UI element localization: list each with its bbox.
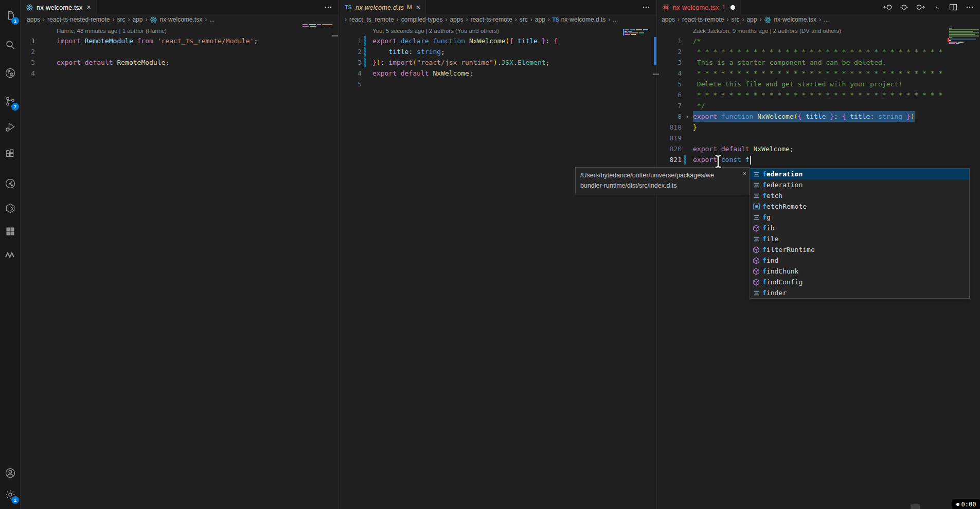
breadcrumb-item[interactable]: TSnx-welcome.d.ts	[553, 16, 605, 23]
more-icon[interactable]	[965, 2, 975, 12]
tab-nx-welcome.tsx[interactable]: nx-welcome.tsx1	[657, 0, 741, 14]
breadcrumb-item[interactable]: ...	[824, 16, 829, 23]
breadcrumb-item[interactable]: nx-welcome.tsx	[150, 16, 202, 24]
breadcrumb-separator: ›	[759, 16, 761, 23]
breadcrumb-separator: ›	[742, 16, 744, 23]
activity-bar-item-search[interactable]	[0, 37, 21, 53]
editor-content[interactable]: Hanric, 48 minutes ago | 1 author (Hanri…	[21, 25, 338, 79]
suggestion-item[interactable]: fib	[750, 223, 969, 233]
suggestion-item[interactable]: federation	[750, 179, 969, 190]
suggestion-item[interactable]: fg	[750, 212, 969, 223]
gutter-gap	[35, 35, 57, 46]
breadcrumb-item[interactable]: compiled-types	[401, 16, 443, 23]
split-icon[interactable]	[948, 2, 958, 12]
tab-nx-welcome.d.ts[interactable]: TSnx-welcome.d.tsM×	[339, 0, 426, 14]
breadcrumb-item[interactable]: react_ts_remote	[349, 16, 394, 23]
code-line[interactable]: 7 */	[657, 100, 980, 111]
code-line[interactable]: 2	[21, 46, 338, 57]
next-change-icon[interactable]	[915, 2, 925, 12]
breadcrumb-item[interactable]: src	[520, 16, 528, 23]
autocomplete-popup: federationfederationfetchfetchRemotefgfi…	[750, 168, 970, 299]
more-icon[interactable]	[641, 2, 651, 12]
breadcrumb-item[interactable]: src	[117, 16, 125, 23]
code-line[interactable]: 818}	[657, 122, 980, 133]
suggestion-item[interactable]: fetchRemote	[750, 201, 969, 212]
code-text: import RemoteModule from 'react_ts_remot…	[57, 35, 258, 46]
suggestion-item[interactable]: findChunk	[750, 266, 969, 277]
suggestion-item[interactable]: fetch	[750, 190, 969, 201]
breadcrumb-item[interactable]: app	[535, 16, 545, 23]
suggestion-item[interactable]: file	[750, 233, 969, 244]
changes-icon[interactable]	[899, 2, 909, 12]
activity-bar-item-grid[interactable]	[0, 223, 21, 240]
prev-change-icon[interactable]	[882, 2, 893, 12]
editor-content[interactable]: Zack Jackson, 9 months ago | 2 authors (…	[657, 25, 980, 165]
code-line[interactable]: 5 Delete this file and get started with …	[657, 79, 980, 89]
breadcrumb-item[interactable]: react-ts-remote	[470, 16, 512, 23]
breadcrumb-item[interactable]: react-ts-nested-remote	[47, 16, 110, 23]
minimap[interactable]	[302, 24, 332, 27]
code-line[interactable]: 3}): import("react/jsx-runtime").JSX.Ele…	[339, 57, 656, 68]
activity-bar-item-timeline[interactable]	[0, 175, 21, 192]
activity-bar-item-accounts[interactable]	[0, 465, 21, 481]
codelens-annotation[interactable]: Zack Jackson, 9 months ago | 2 authors (…	[657, 26, 980, 35]
codelens-annotation[interactable]: You, 5 seconds ago | 2 authors (You and …	[339, 26, 656, 35]
tooltip-close-icon[interactable]: ×	[742, 170, 746, 177]
code-line[interactable]: 1/*	[657, 35, 980, 46]
gutter-gap	[682, 79, 693, 89]
breadcrumb-item[interactable]: apps	[450, 16, 463, 23]
breadcrumb-item[interactable]: apps	[27, 16, 40, 23]
code-line[interactable]: 5	[339, 79, 656, 89]
suggestion-match: f	[762, 203, 767, 210]
line-number: 4	[657, 68, 682, 79]
code-line[interactable]: 819	[657, 133, 980, 143]
activity-bar-item-waves[interactable]	[0, 247, 21, 263]
codelens-annotation[interactable]: Hanric, 48 minutes ago | 1 author (Hanri…	[21, 26, 338, 35]
activity-bar-item-run-debug[interactable]	[0, 119, 21, 135]
breadcrumb-item[interactable]: apps	[662, 16, 675, 23]
code-line[interactable]: 6 * * * * * * * * * * * * * * * * * * * …	[657, 89, 980, 100]
suggestion-item[interactable]: finder	[750, 287, 969, 298]
breadcrumb-item[interactable]: nx-welcome.tsx	[764, 16, 816, 24]
code-line[interactable]: 2 title: string;	[339, 46, 656, 57]
code-line[interactable]: 1import RemoteModule from 'react_ts_remo…	[21, 35, 338, 46]
code-line[interactable]: 821export const f	[657, 154, 980, 165]
minimap[interactable]	[949, 28, 979, 45]
code-line[interactable]: 2 * * * * * * * * * * * * * * * * * * * …	[657, 46, 980, 57]
editor-content[interactable]: You, 5 seconds ago | 2 authors (You and …	[339, 25, 656, 89]
code-line[interactable]: 8›export function NxWelcome({ title }: {…	[657, 111, 980, 122]
code-line[interactable]: 3export default RemoteModule;	[21, 57, 338, 68]
more-icon[interactable]	[323, 2, 333, 12]
gutter-gap	[682, 89, 693, 100]
breadcrumb-item[interactable]: ...	[613, 16, 618, 23]
code-line[interactable]: 1export declare function NxWelcome({ tit…	[339, 35, 656, 46]
activity-bar-item-remote[interactable]	[0, 65, 21, 81]
minimap[interactable]	[625, 29, 648, 35]
code-line[interactable]: 4export default NxWelcome;	[339, 68, 656, 79]
breadcrumb-item[interactable]: ...	[209, 16, 215, 23]
suggestion-item[interactable]: filterRuntime	[750, 244, 969, 255]
suggestion-item[interactable]: federation	[750, 169, 969, 179]
breadcrumb-item[interactable]: app	[746, 16, 757, 23]
fold-chevron-icon[interactable]: ›	[685, 111, 689, 122]
timeline-icon[interactable]	[932, 2, 942, 12]
tab-close-icon[interactable]: ×	[87, 3, 91, 11]
tab-close-icon[interactable]: ×	[416, 3, 420, 11]
react-icon	[764, 16, 772, 24]
suggestion-item[interactable]: find	[750, 255, 969, 266]
suggestion-item[interactable]: findConfig	[750, 277, 969, 287]
breadcrumb-item[interactable]: src	[731, 16, 739, 23]
activity-bar-item-settings[interactable]: 1	[0, 486, 21, 503]
tab-nx-welcome.tsx[interactable]: nx-welcome.tsx×	[21, 0, 97, 14]
code-line[interactable]: 4 * * * * * * * * * * * * * * * * * * * …	[657, 68, 980, 79]
breadcrumb-item[interactable]: app	[132, 16, 142, 23]
activity-bar-item-source-control[interactable]: 7	[0, 93, 21, 110]
box-icon	[4, 202, 16, 214]
code-line[interactable]: 820export default NxWelcome;	[657, 143, 980, 154]
activity-bar-item-extensions[interactable]	[0, 146, 21, 162]
code-line[interactable]: 3 This is a starter component and can be…	[657, 57, 980, 68]
activity-bar-item-explorer[interactable]: 1	[0, 7, 21, 24]
breadcrumb-item[interactable]: react-ts-remote	[682, 16, 724, 23]
activity-bar-item-box[interactable]	[0, 200, 21, 216]
code-line[interactable]: 4	[21, 68, 338, 79]
